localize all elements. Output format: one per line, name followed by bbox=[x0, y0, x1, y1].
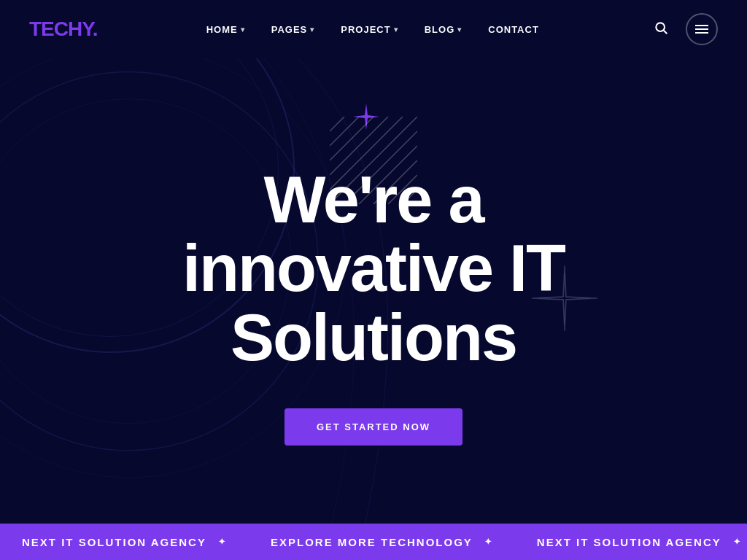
banner-item-2: EXPLORE MORE TECHNOLOGY bbox=[249, 536, 515, 548]
hero-line1: We're a bbox=[182, 166, 565, 235]
nav-link-pages[interactable]: PAGES ▾ bbox=[271, 24, 315, 35]
nav-menu: HOME ▾ PAGES ▾ PROJECT ▾ BLOG ▾ CONTACT bbox=[206, 24, 539, 35]
nav-item-contact[interactable]: CONTACT bbox=[488, 24, 539, 35]
nav-actions bbox=[648, 13, 718, 45]
banner-track: NEXT IT SOLUTION AGENCY EXPLORE MORE TEC… bbox=[0, 536, 747, 548]
banner-item-1: NEXT IT SOLUTION AGENCY bbox=[0, 536, 249, 548]
brand-name: TECHY bbox=[29, 18, 93, 40]
cta-button[interactable]: GET STARTED NOW bbox=[285, 408, 462, 446]
search-icon bbox=[654, 20, 668, 35]
menu-icon bbox=[695, 24, 708, 34]
hero-line3: Solutions bbox=[182, 303, 565, 373]
chevron-down-icon: ▾ bbox=[310, 26, 314, 34]
search-button[interactable] bbox=[648, 15, 674, 44]
chevron-down-icon: ▾ bbox=[457, 26, 462, 34]
hamburger-button[interactable] bbox=[686, 13, 718, 45]
hero-title: We're a innovative IT Solutions bbox=[182, 166, 565, 373]
chevron-down-icon: ▾ bbox=[394, 26, 398, 34]
chevron-down-icon: ▾ bbox=[241, 26, 245, 34]
svg-point-0 bbox=[656, 23, 665, 31]
svg-line-8 bbox=[330, 117, 344, 131]
navbar: TECHY. HOME ▾ PAGES ▾ PROJECT ▾ BLOG ▾ bbox=[0, 0, 747, 58]
nav-item-pages[interactable]: PAGES ▾ bbox=[271, 24, 315, 35]
nav-item-home[interactable]: HOME ▾ bbox=[206, 24, 245, 35]
nav-item-project[interactable]: PROJECT ▾ bbox=[341, 24, 398, 35]
nav-link-project[interactable]: PROJECT ▾ bbox=[341, 24, 398, 35]
brand-dot: . bbox=[93, 18, 98, 40]
nav-link-home[interactable]: HOME ▾ bbox=[206, 24, 245, 35]
nav-link-contact[interactable]: CONTACT bbox=[488, 24, 539, 35]
nav-item-blog[interactable]: BLOG ▾ bbox=[425, 24, 462, 35]
hero-content: We're a innovative IT Solutions GET STAR… bbox=[182, 136, 565, 446]
nav-link-blog[interactable]: BLOG ▾ bbox=[425, 24, 462, 35]
scrolling-banner: NEXT IT SOLUTION AGENCY EXPLORE MORE TEC… bbox=[0, 524, 747, 560]
svg-line-1 bbox=[664, 30, 667, 34]
banner-item-3: NEXT IT SOLUTION AGENCY bbox=[515, 536, 747, 548]
hero-section: TECHY We're a innovative IT Solutions GE… bbox=[0, 58, 747, 524]
hero-line2: innovative IT bbox=[182, 234, 565, 303]
brand-logo[interactable]: TECHY. bbox=[29, 18, 98, 41]
